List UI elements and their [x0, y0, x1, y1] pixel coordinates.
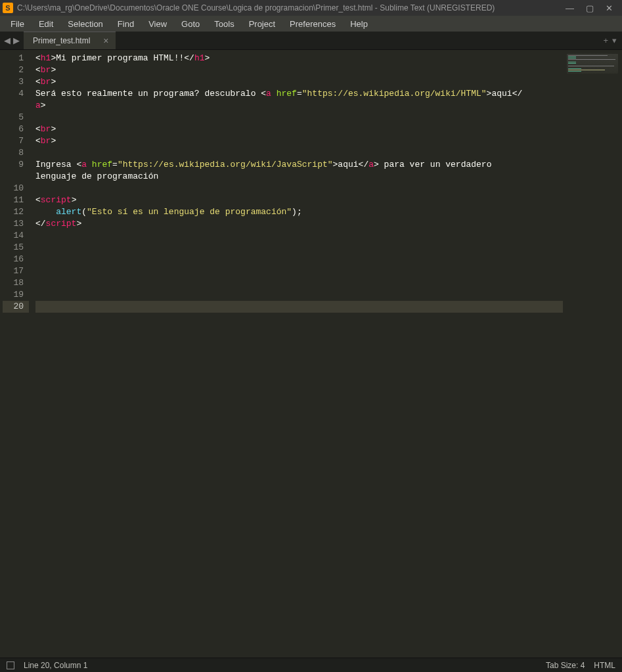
tab-nav-arrows: ◀ ▶: [0, 32, 24, 49]
tab-close-icon[interactable]: ×: [103, 35, 108, 46]
minimize-icon[interactable]: —: [566, 3, 574, 13]
window-title: C:\Users\ma_rg\OneDrive\Documentos\Oracl…: [17, 3, 566, 12]
minimap[interactable]: [563, 50, 622, 658]
menu-edit[interactable]: Edit: [32, 18, 60, 30]
app-logo-icon: S: [3, 3, 13, 13]
maximize-icon[interactable]: ▢: [586, 3, 594, 13]
tab-dropdown-icon[interactable]: ▾: [612, 35, 617, 45]
status-position[interactable]: Line 20, Column 1: [24, 661, 87, 670]
panel-switch-icon[interactable]: [7, 661, 14, 669]
tabbar: ◀ ▶ Primer_test.html × + ▾: [0, 32, 622, 50]
menu-selection[interactable]: Selection: [61, 18, 109, 30]
close-icon[interactable]: ✕: [606, 3, 613, 13]
code-area[interactable]: <h1>Mi primer programa HTML!!</h1><br><b…: [29, 50, 563, 658]
menu-preferences[interactable]: Preferences: [283, 18, 342, 30]
menu-help[interactable]: Help: [344, 18, 374, 30]
tab-label: Primer_test.html: [33, 36, 90, 45]
menubar: File Edit Selection Find View Goto Tools…: [0, 16, 622, 32]
new-tab-icon[interactable]: +: [603, 35, 608, 45]
editor[interactable]: 1234567891011121314151617181920 <h1>Mi p…: [0, 50, 622, 658]
menu-find[interactable]: Find: [111, 18, 141, 30]
status-syntax[interactable]: HTML: [594, 661, 615, 670]
menu-view[interactable]: View: [142, 18, 173, 30]
tab-nav-forward-icon[interactable]: ▶: [13, 35, 20, 45]
titlebar: S C:\Users\ma_rg\OneDrive\Documentos\Ora…: [0, 0, 622, 16]
status-tabsize[interactable]: Tab Size: 4: [546, 661, 585, 670]
menu-file[interactable]: File: [4, 18, 31, 30]
window-controls: — ▢ ✕: [566, 3, 619, 13]
menu-goto[interactable]: Goto: [175, 18, 206, 30]
tab-nav-back-icon[interactable]: ◀: [4, 35, 11, 45]
menu-tools[interactable]: Tools: [208, 18, 240, 30]
menu-project[interactable]: Project: [242, 18, 282, 30]
tab-active[interactable]: Primer_test.html ×: [24, 32, 116, 49]
statusbar: Line 20, Column 1 Tab Size: 4 HTML: [0, 658, 622, 672]
gutter: 1234567891011121314151617181920: [0, 50, 29, 658]
